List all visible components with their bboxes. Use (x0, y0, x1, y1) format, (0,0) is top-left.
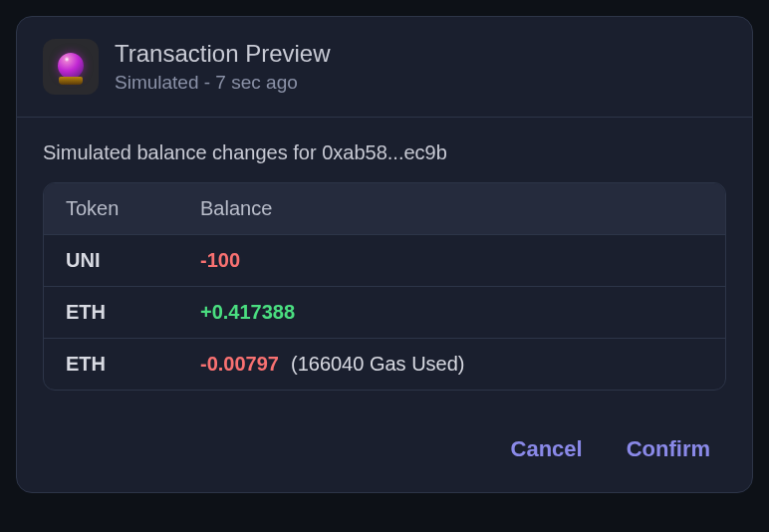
header-text: Transaction Preview Simulated - 7 sec ag… (115, 40, 331, 94)
modal-footer: Cancel Confirm (17, 408, 752, 492)
balance-table: Token Balance UNI -100 ETH +0.417388 ETH… (43, 182, 726, 391)
modal-subtitle: Simulated - 7 sec ago (115, 72, 331, 94)
header-icon-box (43, 39, 99, 95)
balance-value: -0.00797 (200, 353, 279, 376)
balance-description: Simulated balance changes for 0xab58...e… (43, 141, 726, 164)
modal-body: Simulated balance changes for 0xab58...e… (17, 118, 752, 408)
cell-token: ETH (66, 301, 200, 324)
confirm-button[interactable]: Confirm (627, 436, 710, 462)
table-row: ETH +0.417388 (44, 287, 725, 339)
crystal-ball-icon (57, 53, 85, 81)
table-row: ETH -0.00797 (166040 Gas Used) (44, 339, 725, 390)
modal-header: Transaction Preview Simulated - 7 sec ag… (17, 17, 752, 118)
table-row: UNI -100 (44, 235, 725, 287)
balance-value: -100 (200, 249, 240, 272)
transaction-preview-modal: Transaction Preview Simulated - 7 sec ag… (16, 16, 753, 493)
cell-token: ETH (66, 353, 200, 376)
balance-extra: (166040 Gas Used) (291, 353, 465, 376)
balance-value: +0.417388 (200, 301, 295, 324)
col-header-balance: Balance (200, 197, 703, 220)
col-header-token: Token (66, 197, 200, 220)
modal-title: Transaction Preview (115, 40, 331, 68)
table-header: Token Balance (44, 183, 725, 235)
cancel-button[interactable]: Cancel (511, 436, 583, 462)
cell-balance: -100 (200, 249, 703, 272)
cell-balance: -0.00797 (166040 Gas Used) (200, 353, 703, 376)
cell-balance: +0.417388 (200, 301, 703, 324)
cell-token: UNI (66, 249, 200, 272)
